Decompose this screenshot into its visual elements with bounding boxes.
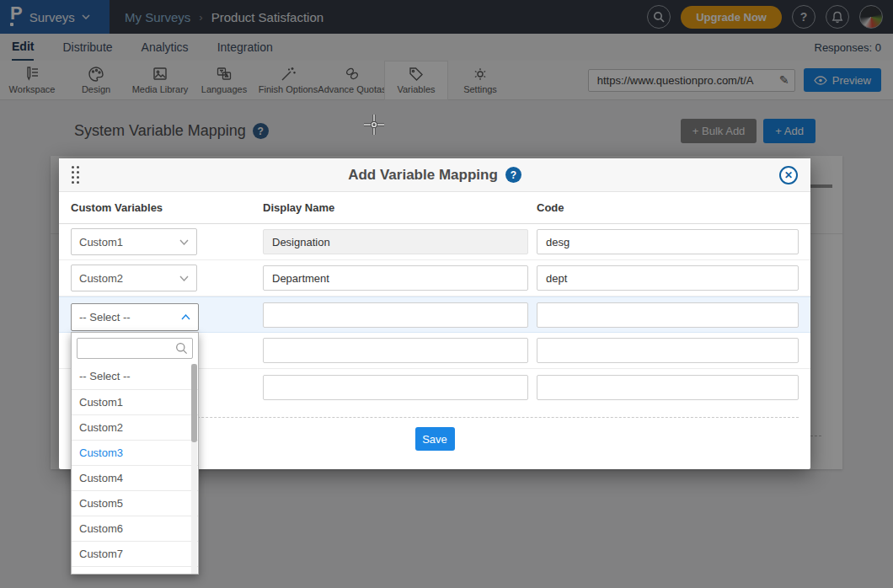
mapping-row-1: Custom1 (59, 224, 810, 260)
dropdown-option-custom1[interactable]: Custom1 (72, 389, 198, 414)
dropdown-scrollbar[interactable] (191, 364, 197, 574)
column-custom-variables: Custom Variables (71, 201, 263, 214)
display-name-input-row4[interactable] (263, 338, 528, 363)
close-icon: ✕ (784, 169, 793, 181)
dropdown-option-custom2[interactable]: Custom2 (72, 414, 198, 440)
mapping-row-2: Custom2 (59, 260, 810, 297)
dropdown-option-custom4[interactable]: Custom4 (72, 465, 198, 490)
column-code: Code (537, 201, 799, 214)
display-name-input-row2[interactable] (263, 265, 528, 291)
modal-close-button[interactable]: ✕ (779, 166, 798, 184)
scrollbar-thumb[interactable] (191, 364, 197, 442)
select-value: Custom2 (79, 272, 123, 285)
variable-dropdown-open: -- Select -- -- Select -- Custom1 Custom… (71, 303, 199, 575)
dropdown-options-list: -- Select -- Custom1 Custom2 Custom3 Cus… (72, 364, 198, 574)
search-icon (175, 342, 188, 355)
chevron-down-icon (179, 239, 189, 245)
variable-select-row1[interactable]: Custom1 (71, 228, 197, 255)
dropdown-option-custom5[interactable]: Custom5 (72, 490, 198, 516)
select-value: Custom1 (79, 236, 123, 249)
variable-select-row3[interactable]: -- Select -- (71, 303, 199, 331)
code-input-row4[interactable] (537, 338, 799, 363)
drag-handle-icon[interactable] (72, 166, 80, 184)
dropdown-option-select[interactable]: -- Select -- (72, 364, 198, 389)
chevron-down-icon (179, 275, 189, 281)
column-display-name: Display Name (263, 201, 537, 214)
dropdown-search-input[interactable] (82, 342, 175, 355)
modal-header: Add Variable Mapping ? ✕ (59, 158, 810, 192)
modal-title: Add Variable Mapping (348, 167, 498, 184)
code-input-row3[interactable] (537, 302, 799, 328)
modal-help-icon[interactable]: ? (505, 167, 521, 183)
dropdown-option-custom6[interactable]: Custom6 (72, 516, 198, 541)
display-name-input-row3[interactable] (263, 302, 528, 328)
dropdown-option-custom7[interactable]: Custom7 (72, 541, 198, 566)
dropdown-panel: -- Select -- Custom1 Custom2 Custom3 Cus… (71, 332, 199, 575)
save-button[interactable]: Save (415, 427, 455, 451)
dropdown-option-custom3[interactable]: Custom3 (72, 440, 198, 465)
dropdown-search-box (77, 338, 193, 359)
variable-select-row2[interactable]: Custom2 (71, 265, 197, 291)
chevron-up-icon (181, 314, 190, 320)
code-input-row1[interactable] (537, 229, 799, 254)
code-input-row5[interactable] (537, 375, 799, 400)
display-name-input-row5[interactable] (263, 375, 528, 400)
select-value: -- Select -- (79, 311, 131, 323)
column-headers: Custom Variables Display Name Code (59, 192, 810, 224)
code-input-row2[interactable] (537, 265, 799, 291)
display-name-input-row1[interactable] (263, 229, 528, 254)
app-page: P Surveys My Surveys › Product Satisfact… (0, 0, 893, 588)
